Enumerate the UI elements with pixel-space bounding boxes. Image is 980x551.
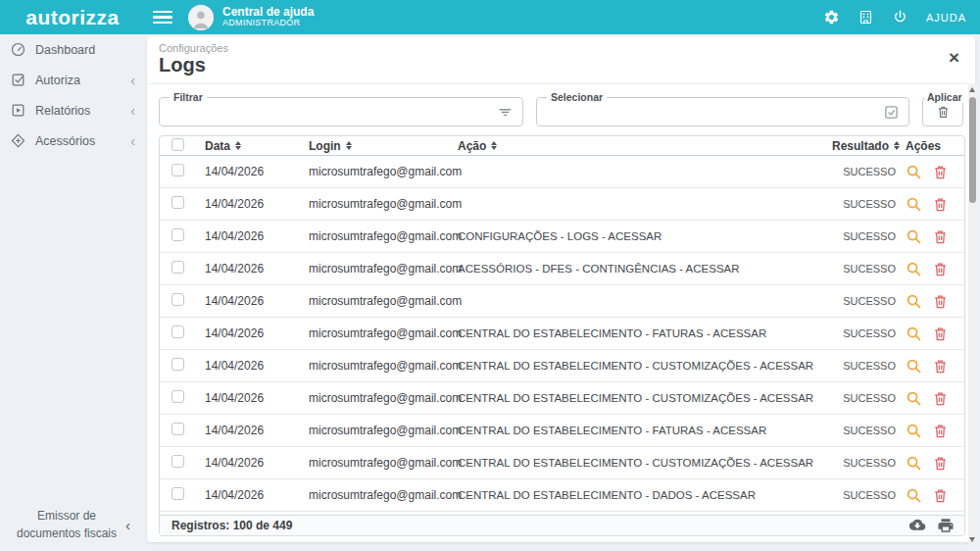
sidebar-footer-label: Emissor de documentos fiscais [12,507,122,543]
cell-action: CENTRAL DO ESTABELECIMENTO - CUSTOMIZAÇÕ… [458,392,817,404]
cloud-download-icon[interactable] [908,517,926,534]
select-field-label: Selecionar [547,91,607,103]
scroll-up-arrow-icon[interactable] [969,87,975,92]
sidebar-footer[interactable]: Emissor de documentos fiscais ‹ [0,507,145,543]
row-checkbox[interactable] [172,390,184,403]
column-header-acao[interactable]: Ação [458,139,817,153]
cell-date: 14/04/2026 [205,326,309,340]
sidebar-item-relatorios[interactable]: Relatórios ‹ [0,95,145,125]
sidebar-item-dashboard[interactable]: Dashboard [0,34,145,65]
cell-login: microsumtrafego@gmail.com [309,488,458,502]
help-link[interactable]: AJUDA [926,12,966,24]
user-info[interactable]: Central de ajuda ADMINISTRADOR [222,6,314,27]
cell-date: 14/04/2026 [205,391,309,405]
view-search-icon[interactable] [906,423,922,439]
trash-icon [936,104,951,120]
row-checkbox[interactable] [172,487,184,500]
row-checkbox[interactable] [172,455,184,468]
cell-result: SUCESSO [817,489,900,501]
delete-trash-icon[interactable] [932,293,949,310]
filter-bar: Filtrar Selecionar Aplicar [147,84,975,135]
column-header-resultado[interactable]: Resultado [817,139,900,153]
view-search-icon[interactable] [906,196,922,213]
cell-action: CENTRAL DO ESTABELECIMENTO - FATURAS - A… [458,425,817,436]
row-checkbox[interactable] [172,358,184,371]
logout-power-icon[interactable] [892,9,909,26]
report-play-icon [10,102,26,119]
row-checkbox[interactable] [172,261,184,274]
sort-icon [491,141,497,151]
delete-trash-icon[interactable] [932,358,949,375]
table-scrollbar[interactable] [968,83,977,546]
table-row: 14/04/2026 microsumtrafego@gmail.com CEN… [160,479,964,512]
filter-field[interactable]: Filtrar [159,97,523,126]
cell-result: SUCESSO [817,392,900,404]
view-search-icon[interactable] [906,228,922,245]
delete-trash-icon[interactable] [932,196,949,213]
cell-action: CENTRAL DO ESTABELECIMENTO - CUSTOMIZAÇÕ… [458,457,817,469]
delete-trash-icon[interactable] [932,228,949,245]
sort-icon [235,141,241,151]
select-all-checkbox[interactable] [172,138,184,151]
cell-date: 14/04/2026 [205,229,309,243]
close-icon[interactable]: × [949,48,959,67]
scrollbar-thumb[interactable] [969,97,976,203]
cell-login: microsumtrafego@gmail.com [309,229,458,243]
delete-trash-icon[interactable] [932,423,949,439]
view-search-icon[interactable] [906,326,922,342]
sidebar-item-acessorios[interactable]: Acessórios ‹ [0,125,145,156]
table-row: 14/04/2026 microsumtrafego@gmail.com CEN… [160,415,964,447]
row-checkbox[interactable] [172,293,184,306]
gauge-icon [10,41,26,58]
cell-result: SUCESSO [817,263,900,275]
table-row: 14/04/2026 microsumtrafego@gmail.com CEN… [160,382,964,415]
delete-trash-icon[interactable] [932,390,949,407]
row-checkbox[interactable] [172,326,184,338]
view-search-icon[interactable] [906,261,922,277]
view-search-icon[interactable] [906,358,922,375]
cell-result: SUCESSO [817,327,900,339]
view-search-icon[interactable] [906,293,922,310]
menu-toggle-icon[interactable] [153,11,172,25]
table-row: 14/04/2026 microsumtrafego@gmail.com CON… [160,221,964,253]
collapse-chevron-icon[interactable]: ‹ [125,517,130,533]
settings-gear-icon[interactable] [823,9,841,26]
view-search-icon[interactable] [906,164,922,180]
cell-date: 14/04/2026 [205,359,309,373]
delete-trash-icon[interactable] [932,487,949,504]
establishment-building-icon[interactable] [858,9,875,26]
filter-funnel-icon[interactable] [497,104,514,121]
view-search-icon[interactable] [906,455,922,472]
row-checkbox[interactable] [172,164,184,176]
row-checkbox[interactable] [172,423,184,435]
sidebar-item-autoriza[interactable]: Autoriza ‹ [0,65,145,95]
top-header-bar: autorizza Central de ajuda ADMINISTRADOR [0,0,980,34]
logs-panel: Configurações Logs × Filtrar Selecionar … [147,36,975,542]
delete-trash-icon[interactable] [932,261,949,277]
scroll-down-arrow-icon[interactable] [969,537,975,542]
apply-label: Aplicar [925,91,964,103]
print-icon[interactable] [937,517,955,534]
delete-trash-icon[interactable] [932,455,949,472]
delete-trash-icon[interactable] [932,326,949,342]
view-search-icon[interactable] [906,487,922,504]
select-field[interactable]: Selecionar [536,97,909,126]
page-title: Logs [159,54,961,76]
filter-input[interactable] [160,98,522,125]
cell-login: microsumtrafego@gmail.com [309,197,458,211]
row-checkbox[interactable] [172,196,184,209]
cell-date: 14/04/2026 [205,456,309,470]
cell-login: microsumtrafego@gmail.com [309,359,458,373]
cell-action: CENTRAL DO ESTABELECIMENTO - DADOS - ACE… [458,489,817,501]
cell-result: SUCESSO [817,295,900,307]
user-avatar[interactable] [188,5,214,30]
cell-login: microsumtrafego@gmail.com [309,165,458,178]
sidebar-nav: Dashboard Autoriza ‹ Relatórios ‹ Acessó… [0,34,145,551]
checkbox-icon[interactable] [883,104,900,121]
column-header-data[interactable]: Data [205,139,309,153]
apply-button[interactable]: Aplicar [922,97,963,126]
view-search-icon[interactable] [906,390,922,407]
row-checkbox[interactable] [172,228,184,241]
column-header-login[interactable]: Login [309,139,458,153]
delete-trash-icon[interactable] [932,164,949,180]
